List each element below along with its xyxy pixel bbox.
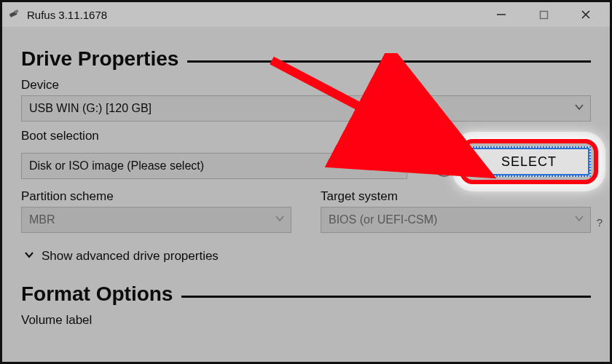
close-button[interactable] [565,2,607,27]
app-icon [8,8,21,21]
verify-icon[interactable] [434,155,455,177]
chevron-down-icon [391,159,401,173]
partition-scheme-value: MBR [29,213,55,226]
window-title: Rufus 3.11.1678 [27,9,107,21]
minimize-button[interactable] [480,2,522,27]
format-options-title: Format Options [21,282,173,306]
chevron-down-icon [574,102,584,115]
target-system-help[interactable]: ? [597,216,603,229]
svg-rect-3 [540,11,547,18]
select-iso-button[interactable]: SELECT [467,146,591,177]
device-value: USB WIN (G:) [120 GB] [29,102,152,115]
maximize-button[interactable] [522,2,565,27]
chevron-down-icon [275,213,285,226]
target-system-label: Target system [321,189,591,204]
boot-selection-select[interactable]: Disk or ISO image (Please select) [21,153,407,179]
rufus-window: Rufus 3.11.1678 Drive Properties Device … [2,2,610,362]
device-select[interactable]: USB WIN (G:) [120 GB] [21,95,591,122]
drive-properties-heading: Drive Properties [21,47,591,71]
titlebar: Rufus 3.11.1678 [2,2,610,27]
select-button-label: SELECT [501,154,557,170]
target-system-select[interactable]: BIOS (or UEFI-CSM) [321,207,591,233]
boot-selection-label: Boot selection [21,129,591,143]
chevron-down-icon [24,249,34,264]
drive-properties-title: Drive Properties [21,47,178,71]
format-options-heading: Format Options [21,282,591,306]
advanced-toggle-label: Show advanced drive properties [42,249,219,264]
target-system-value: BIOS (or UEFI-CSM) [329,213,437,226]
device-label: Device [21,78,591,92]
advanced-drive-toggle[interactable]: Show advanced drive properties [24,249,219,264]
boot-selection-value: Disk or ISO image (Please select) [29,159,204,173]
chevron-down-icon [574,213,584,226]
partition-scheme-select[interactable]: MBR [21,207,291,233]
volume-label-label: Volume label [21,313,591,328]
partition-scheme-label: Partition scheme [21,189,291,204]
